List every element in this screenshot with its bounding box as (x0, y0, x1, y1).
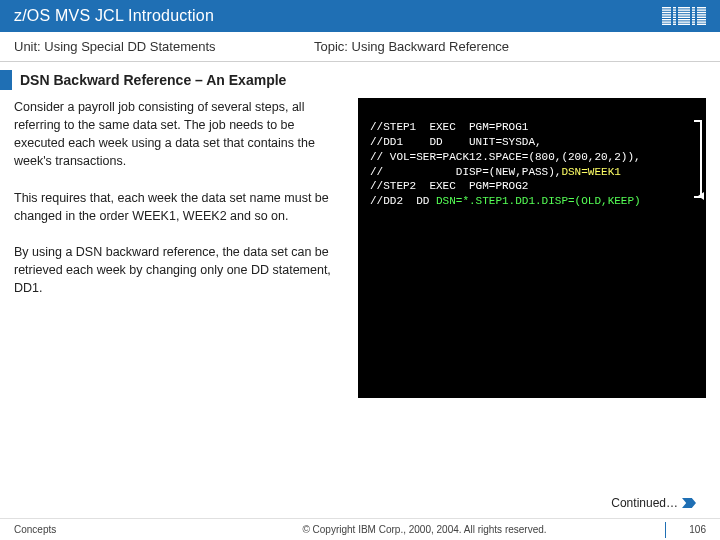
section-heading-row: DSN Backward Reference – An Example (0, 62, 720, 98)
body-paragraph: Consider a payroll job consisting of sev… (14, 98, 342, 171)
footer-copyright: © Copyright IBM Corp., 2000, 2004. All r… (194, 524, 655, 535)
section-title: DSN Backward Reference – An Example (20, 72, 286, 88)
svg-rect-8 (671, 7, 673, 25)
code-highlight: DSN=*.STEP1.DD1.DISP=(OLD,KEEP) (436, 195, 641, 207)
svg-rect-1 (662, 9, 706, 10)
code-arrow-icon (698, 192, 704, 200)
footer-divider-icon (665, 522, 666, 538)
continued-indicator: Continued… (611, 496, 696, 510)
subheader: Unit: Using Special DD Statements Topic:… (0, 32, 720, 62)
header-bar: z/OS MVS JCL Introduction (0, 0, 720, 32)
continued-label: Continued… (611, 496, 678, 510)
code-line: //DD2 DD DSN=*.STEP1.DD1.DISP=(OLD,KEEP) (370, 194, 694, 209)
code-line: //DD1 DD UNIT=SYSDA, (370, 135, 694, 150)
unit-label: Unit: Using Special DD Statements (14, 39, 314, 54)
code-line: //STEP1 EXEC PGM=PROG1 (370, 120, 694, 135)
course-title: z/OS MVS JCL Introduction (14, 7, 214, 25)
svg-rect-0 (662, 7, 706, 8)
svg-rect-9 (676, 7, 678, 25)
body-text-column: Consider a payroll job consisting of sev… (14, 98, 342, 398)
ibm-logo (662, 7, 706, 25)
content-area: Consider a payroll job consisting of sev… (0, 98, 720, 398)
footer-section-label: Concepts (14, 524, 194, 535)
page-number: 106 (676, 524, 706, 535)
svg-rect-6 (662, 21, 706, 22)
svg-rect-10 (690, 7, 692, 25)
chevron-right-icon (682, 498, 696, 508)
svg-rect-11 (695, 7, 697, 25)
svg-rect-2 (662, 12, 706, 13)
topic-label: Topic: Using Backward Reference (314, 39, 509, 54)
section-marker-icon (0, 70, 12, 90)
code-highlight: DSN=WEEK1 (561, 166, 620, 178)
body-paragraph: This requires that, each week the data s… (14, 189, 342, 225)
footer: Concepts © Copyright IBM Corp., 2000, 20… (0, 518, 720, 540)
code-line: //STEP2 EXEC PGM=PROG2 (370, 179, 694, 194)
svg-rect-4 (662, 17, 706, 18)
svg-rect-5 (662, 19, 706, 20)
svg-rect-7 (662, 24, 706, 25)
body-paragraph: By using a DSN backward reference, the d… (14, 243, 342, 297)
code-panel: //STEP1 EXEC PGM=PROG1 //DD1 DD UNIT=SYS… (358, 98, 706, 398)
svg-rect-3 (662, 14, 706, 15)
code-bracket-icon (694, 120, 702, 198)
code-line: // VOL=SER=PACK12.SPACE=(800,(200,20,2))… (370, 150, 694, 165)
code-line: // DISP=(NEW,PASS),DSN=WEEK1 (370, 165, 694, 180)
